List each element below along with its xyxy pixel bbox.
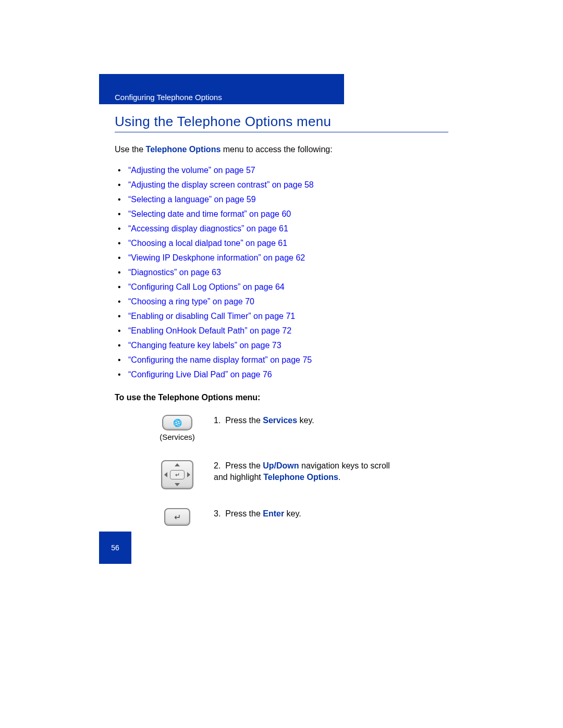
step-text: 3. Press the Enter key. — [214, 508, 401, 520]
step-text-part: Press the — [225, 416, 263, 425]
page-number: 56 — [99, 532, 131, 564]
chapter-title: Configuring Telephone Options — [115, 93, 222, 102]
procedure-steps: 🌐 (Services) 1. Press the Services key. … — [156, 415, 459, 526]
step-2: ↵ 2. Press the Up/Down navigation keys t… — [156, 460, 459, 489]
step-icon-column: ↵ — [156, 508, 198, 526]
xref-link[interactable]: “Accessing display diagnostics” on page … — [115, 224, 459, 233]
navigation-pad-icon: ↵ — [161, 460, 193, 489]
arrow-right-icon — [187, 472, 190, 477]
services-keyword: Services — [263, 416, 297, 425]
step-number: 1. — [214, 416, 221, 425]
intro-emphasis: Telephone Options — [146, 145, 221, 154]
globe-glyph-icon: 🌐 — [172, 417, 182, 428]
enter-key-icon: ↵ — [164, 508, 190, 526]
xref-link[interactable]: “Adjusting the volume” on page 57 — [115, 166, 459, 175]
services-key-icon: 🌐 — [162, 415, 192, 430]
xref-link[interactable]: “Choosing a ring type” on page 70 — [115, 297, 459, 306]
step-number: 2. — [214, 461, 221, 470]
xref-link[interactable]: “Selecting date and time format” on page… — [115, 209, 459, 219]
enter-center-icon: ↵ — [170, 470, 185, 479]
step-3: ↵ 3. Press the Enter key. — [156, 508, 459, 526]
step-text: 2. Press the Up/Down navigation keys to … — [214, 460, 401, 483]
heading-underline — [115, 132, 448, 132]
cross-reference-list: “Adjusting the volume” on page 57 “Adjus… — [115, 166, 459, 379]
enter-keyword: Enter — [263, 509, 284, 518]
intro-suffix: menu to access the following: — [221, 145, 332, 154]
xref-link[interactable]: “Choosing a local dialpad tone” on page … — [115, 239, 459, 248]
xref-link[interactable]: “Adjusting the display screen contrast” … — [115, 180, 459, 190]
updown-keyword: Up/Down — [263, 461, 299, 470]
page-number-value: 56 — [111, 544, 119, 552]
intro-paragraph: Use the Telephone Options menu to access… — [115, 145, 459, 154]
xref-link[interactable]: “Enabling or disabling Call Timer” on pa… — [115, 312, 459, 321]
section-heading: Using the Telephone Options menu — [115, 114, 459, 130]
step-text-part: key. — [297, 416, 314, 425]
services-caption: (Services) — [160, 433, 195, 441]
xref-link[interactable]: “Changing feature key labels” on page 73 — [115, 341, 459, 350]
xref-link[interactable]: “Configuring the name display format” on… — [115, 355, 459, 365]
step-text-part: Press the — [225, 461, 263, 470]
xref-link[interactable]: “Enabling OnHook Default Path” on page 7… — [115, 326, 459, 336]
step-1: 🌐 (Services) 1. Press the Services key. — [156, 415, 459, 441]
arrow-down-icon — [175, 483, 180, 486]
step-icon-column: 🌐 (Services) — [156, 415, 198, 441]
xref-link[interactable]: “Configuring Call Log Options” on page 6… — [115, 282, 459, 292]
step-number: 3. — [214, 509, 221, 518]
xref-link[interactable]: “Selecting a language” on page 59 — [115, 195, 459, 204]
document-page: Configuring Telephone Options Using the … — [0, 0, 563, 728]
procedure-heading: To use the Telephone Options menu: — [115, 393, 459, 402]
step-icon-column: ↵ — [156, 460, 198, 489]
arrow-left-icon — [164, 472, 167, 477]
step-text-part: . — [338, 473, 340, 482]
step-text-part: Press the — [225, 509, 263, 518]
telephone-options-keyword: Telephone Options — [263, 473, 338, 482]
xref-link[interactable]: “Diagnostics” on page 63 — [115, 268, 459, 277]
xref-link[interactable]: “Viewing IP Deskphone information” on pa… — [115, 253, 459, 263]
intro-prefix: Use the — [115, 145, 146, 154]
xref-link[interactable]: “Configuring Live Dial Pad” on page 76 — [115, 370, 459, 379]
content-area: Using the Telephone Options menu Use the… — [115, 114, 459, 526]
arrow-up-icon — [175, 463, 180, 466]
step-text: 1. Press the Services key. — [214, 415, 401, 426]
step-text-part: key. — [284, 509, 301, 518]
